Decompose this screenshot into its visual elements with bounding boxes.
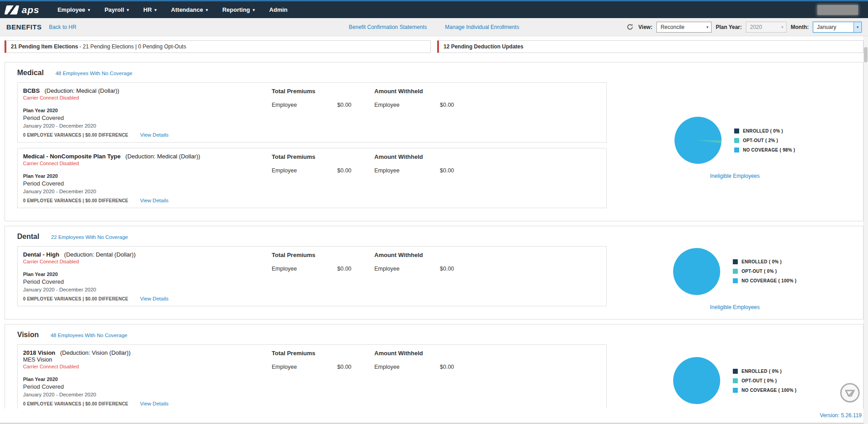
manage-individual-enrollments-link[interactable]: Manage Individual Enrollments bbox=[445, 24, 519, 30]
no-coverage-link[interactable]: 22 Employees With No Coverage bbox=[51, 234, 128, 240]
amount-withheld-column: Amount Withheld Employee $0.00 bbox=[374, 153, 492, 203]
pending-elections-alert: 21 Pending Item Elections - 21 Pending E… bbox=[5, 40, 431, 53]
alert-bold-text: 12 Pending Deduction Updates bbox=[443, 43, 524, 50]
plan-year-text: Plan Year 2020 bbox=[23, 173, 272, 179]
plan-info: 2018 Vision (Deduction: Vision (Dollar))… bbox=[23, 349, 272, 406]
pie-legend: ENROLLED ( 0% ) OPT-OUT ( 0% ) NO COVERA… bbox=[733, 259, 797, 283]
nav-item-attendance[interactable]: Attendance ▾ bbox=[164, 1, 215, 18]
employee-label: Employee bbox=[272, 167, 337, 174]
plan-name: Dental - High bbox=[23, 251, 59, 258]
vision-chart-column: ENROLLED ( 0% ) OPT-OUT ( 0% ) NO COVERA… bbox=[607, 344, 863, 417]
plan-year-select[interactable]: 2020 ▾ bbox=[746, 22, 787, 33]
caret-down-icon: ▾ bbox=[206, 8, 208, 12]
variance-summary: 0 EMPLOYEE VARIANCES | $0.00 DIFFERENCE bbox=[23, 133, 128, 138]
legend-swatch bbox=[733, 259, 738, 264]
section-title: Vision bbox=[17, 331, 39, 339]
carrier-connect-status: Carrier Connect Disabled bbox=[23, 161, 272, 166]
legend-swatch bbox=[733, 278, 738, 283]
chevron-down-icon: ▾ bbox=[854, 22, 861, 32]
period-covered-label: Period Covered bbox=[23, 278, 272, 285]
total-premiums-column: Total Premiums Employee $0.00 bbox=[272, 251, 374, 301]
legend-label: NO COVERAGE ( 100% ) bbox=[741, 278, 797, 283]
aps-watermark-logo bbox=[840, 382, 860, 405]
page-title: BENEFITS bbox=[6, 23, 42, 31]
vertical-scrollbar-thumb[interactable] bbox=[864, 47, 868, 62]
header-controls: View: Reconcile ▾ Plan Year: 2020 ▾ Mont… bbox=[627, 22, 862, 33]
benefits-header-bar: BENEFITS Back to HR Benefit Confirmation… bbox=[0, 18, 868, 36]
employee-withheld-value: $0.00 bbox=[440, 102, 454, 108]
nav-item-label: Reporting bbox=[222, 6, 250, 13]
benefit-confirmation-statements-link[interactable]: Benefit Confirmation Statements bbox=[349, 24, 427, 30]
legend-swatch bbox=[733, 369, 738, 374]
employee-premium-value: $0.00 bbox=[337, 266, 351, 272]
period-covered-label: Period Covered bbox=[23, 383, 272, 390]
nav-item-admin[interactable]: Admin bbox=[262, 1, 295, 18]
employee-premium-value: $0.00 bbox=[337, 102, 351, 108]
plan-card-2018-vision: 2018 Vision (Deduction: Vision (Dollar))… bbox=[17, 344, 607, 411]
view-select[interactable]: Reconcile ▾ bbox=[656, 22, 712, 33]
main-nav: aps Employee ▾ Payroll ▾ HR ▾ Attendance… bbox=[0, 1, 868, 18]
caret-down-icon: ▾ bbox=[253, 8, 255, 12]
view-details-link[interactable]: View Details bbox=[140, 132, 169, 138]
nav-item-payroll[interactable]: Payroll ▾ bbox=[97, 1, 136, 18]
view-details-link[interactable]: View Details bbox=[140, 198, 169, 203]
aps-logo-icon bbox=[5, 5, 19, 14]
view-label: View: bbox=[638, 24, 652, 30]
legend-swatch bbox=[733, 378, 738, 383]
period-covered-value: January 2020 - December 2020 bbox=[23, 189, 272, 194]
plan-card-medical-noncomposite: Medical - NonComposite Plan Type (Deduct… bbox=[17, 148, 607, 208]
nav-item-label: Payroll bbox=[104, 6, 124, 13]
no-coverage-link[interactable]: 48 Employees With No Coverage bbox=[56, 71, 132, 76]
total-premiums-label: Total Premiums bbox=[272, 88, 374, 95]
ineligible-employees-link[interactable]: Ineligible Employees bbox=[710, 173, 760, 179]
nav-item-reporting[interactable]: Reporting ▾ bbox=[215, 1, 262, 18]
refresh-icon[interactable] bbox=[627, 24, 633, 30]
version-text: Version: 5.26.119 bbox=[820, 412, 862, 419]
plan-year-text: Plan Year 2020 bbox=[23, 108, 272, 113]
aps-brand-text: aps bbox=[22, 5, 39, 15]
legend-label: OPT-OUT ( 0% ) bbox=[741, 269, 777, 274]
legend-label: OPT-OUT ( 0% ) bbox=[741, 378, 777, 383]
no-coverage-link[interactable]: 48 Employees With No Coverage bbox=[51, 333, 127, 338]
legend-item: ENROLLED ( 0% ) bbox=[734, 129, 795, 133]
footer: Version: 5.26.119 bbox=[0, 409, 868, 424]
nav-item-hr[interactable]: HR ▾ bbox=[136, 1, 164, 18]
ineligible-employees-link[interactable]: Ineligible Employees bbox=[710, 304, 760, 310]
view-details-link[interactable]: View Details bbox=[140, 296, 169, 301]
plan-subtitle: MES Vision bbox=[23, 357, 272, 363]
nav-item-label: Attendance bbox=[171, 6, 203, 13]
pending-deductions-alert: 12 Pending Deduction Updates bbox=[437, 40, 863, 53]
back-to-hr-link[interactable]: Back to HR bbox=[49, 24, 76, 30]
benefits-content: Medical 48 Employees With No Coverage BC… bbox=[0, 62, 868, 424]
user-menu-redacted[interactable] bbox=[817, 5, 858, 15]
legend-label: ENROLLED ( 0% ) bbox=[741, 259, 782, 264]
coverage-pie-chart bbox=[673, 248, 720, 295]
nav-item-employee[interactable]: Employee ▾ bbox=[50, 1, 97, 18]
legend-swatch bbox=[733, 388, 738, 393]
amount-withheld-label: Amount Withheld bbox=[374, 153, 492, 160]
section-dental: Dental 22 Employees With No Coverage Den… bbox=[5, 226, 863, 319]
period-covered-value: January 2020 - December 2020 bbox=[23, 123, 272, 129]
caret-down-icon: ▾ bbox=[88, 8, 90, 12]
plan-deduction: (Deduction: Medical (Dollar)) bbox=[44, 87, 119, 94]
variance-summary: 0 EMPLOYEE VARIANCES | $0.00 DIFFERENCE bbox=[23, 198, 128, 203]
amount-withheld-label: Amount Withheld bbox=[374, 88, 492, 95]
employee-label: Employee bbox=[272, 102, 337, 108]
view-details-link[interactable]: View Details bbox=[140, 401, 169, 406]
plan-name: 2018 Vision bbox=[23, 349, 55, 356]
legend-item: OPT-OUT ( 0% ) bbox=[733, 269, 797, 274]
legend-label: ENROLLED ( 0% ) bbox=[741, 369, 782, 374]
employee-premium-value: $0.00 bbox=[337, 364, 351, 370]
month-select[interactable]: January ▾ bbox=[813, 22, 862, 33]
total-premiums-label: Total Premiums bbox=[272, 153, 374, 160]
pie-legend: ENROLLED ( 0% ) OPT-OUT ( 2% ) NO COVERA… bbox=[734, 129, 795, 152]
legend-label: ENROLLED ( 0% ) bbox=[743, 129, 783, 133]
plan-card-dental-high: Dental - High (Deduction: Dental (Dollar… bbox=[17, 246, 607, 306]
aps-logo[interactable]: aps bbox=[5, 5, 39, 15]
employee-withheld-value: $0.00 bbox=[440, 364, 454, 370]
month-label: Month: bbox=[791, 24, 809, 30]
dental-chart-column: ENROLLED ( 0% ) OPT-OUT ( 0% ) NO COVERA… bbox=[607, 246, 863, 312]
chevron-down-icon: ▾ bbox=[703, 22, 711, 32]
legend-swatch bbox=[734, 148, 739, 152]
plan-year-text: Plan Year 2020 bbox=[23, 376, 272, 382]
